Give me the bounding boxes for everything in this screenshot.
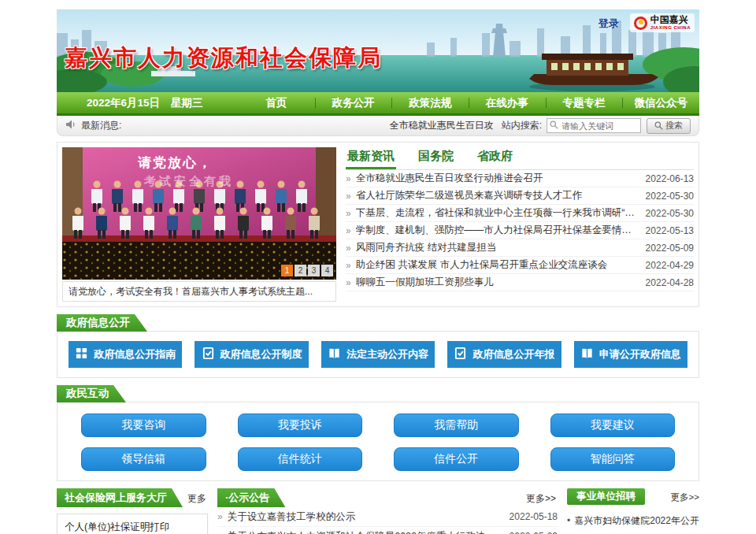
info-button-label: 政府信息公开制度 — [220, 347, 302, 362]
tab-latest-news[interactable]: 最新资讯 — [346, 147, 396, 169]
tab-provincial-gov[interactable]: 省政府 — [476, 147, 514, 169]
announcement-link[interactable]: 关于设立嘉善技工学校的公示 — [228, 510, 503, 524]
info-disclosure-header: 政府信息公开 — [57, 314, 147, 332]
recruitment-link[interactable]: 嘉兴市妇幼保健院2022年公开... — [567, 510, 699, 531]
search-input[interactable] — [547, 118, 641, 133]
nav-item-gov-affairs[interactable]: 政务公开 — [315, 92, 392, 113]
info-annual-report-button[interactable]: 政府信息公开年报 — [447, 341, 561, 368]
news-link[interactable]: 省人社厅陈荣华二级巡视员来嘉兴调研专技人才工作 — [356, 189, 638, 202]
interaction-section: 政民互动 我要咨询 我要投诉 我需帮助 我要建议 领导信箱 信件统计 信件公开 … — [57, 385, 699, 481]
current-weekday: 星期三 — [171, 96, 203, 110]
double-arrow-icon: » — [346, 191, 351, 202]
news-item: » 聊聊五一假期加班工资那些事儿 2022-04-28 — [346, 274, 694, 291]
social-security-more-link[interactable]: 更多 — [187, 492, 206, 506]
ticker-label: 最新消息: — [81, 119, 121, 132]
info-button-label: 法定主动公开内容 — [346, 347, 428, 362]
double-arrow-icon: » — [346, 208, 351, 219]
pager-dot-3[interactable]: 3 — [308, 265, 320, 276]
news-link[interactable]: 风雨同舟齐抗疫 结对共建显担当 — [356, 241, 638, 254]
social-security-panel: 社会保险网上服务大厅 更多 个人(单位)社保证明打印 办事指南 — [57, 488, 208, 534]
news-tabs: 最新资讯 国务院 省政府 — [346, 147, 694, 170]
svc-certificate-print[interactable]: 个人(单位)社保证明打印 — [57, 514, 208, 534]
recruitment-more-link[interactable]: 更多>> — [671, 491, 699, 503]
carousel-slide[interactable]: 请党放心， 考试安全有我 1 2 3 4 — [62, 147, 336, 280]
consult-button[interactable]: 我要咨询 — [81, 413, 206, 437]
bottom-row: 社会保险网上服务大厅 更多 个人(单位)社保证明打印 办事指南 ·公示公告 更多… — [57, 488, 699, 534]
tab-state-council[interactable]: 国务院 — [417, 147, 455, 169]
nav-item-special-columns[interactable]: 专题专栏 — [546, 92, 623, 113]
book-icon — [580, 347, 594, 362]
doc-check-icon — [202, 347, 215, 362]
book-icon — [328, 347, 341, 362]
banner: 嘉兴市人力资源和社会保障局 登录 中国嘉兴 JIAXING CHINA — [57, 9, 699, 92]
nav-item-wechat[interactable]: 微信公众号 — [622, 92, 699, 113]
search-icon — [550, 121, 558, 129]
double-arrow-icon: » — [346, 173, 351, 184]
news-link[interactable]: 学制度、建机制、强防控——市人力社保局召开社保基金要情专题学习会 — [356, 224, 638, 237]
news-link[interactable]: 助企纾困 共谋发展 市人力社保局召开重点企业交流座谈会 — [356, 258, 638, 272]
news-panel: 最新资讯 国务院 省政府 » 全市稳就业惠民生百日攻坚行动推进会召开 2022-… — [346, 147, 694, 302]
info-guide-button[interactable]: 政府信息公开指南 — [69, 341, 182, 368]
news-item: » 下基层、走流程，省社保和就业中心主任项薇一行来我市调研“国统”上线情况 20… — [346, 205, 694, 222]
announcements-more-link[interactable]: 更多>> — [526, 492, 556, 506]
grid-icon — [75, 347, 88, 362]
interaction-header: 政民互动 — [57, 385, 126, 402]
news-item: » 全市稳就业惠民生百日攻坚行动推进会召开 2022-06-13 — [346, 170, 694, 187]
news-date: 2022-05-30 — [646, 191, 694, 202]
news-item: » 省人社厅陈荣华二级巡视员来嘉兴调研专技人才工作 2022-05-30 — [346, 187, 694, 205]
page: 嘉兴市人力资源和社会保障局 登录 中国嘉兴 JIAXING CHINA 2022… — [57, 0, 699, 534]
announcement-link[interactable]: 关于公布嘉兴市人力资源和社会保障局2022年度重大行政决策事... — [228, 530, 503, 534]
nav-item-policies[interactable]: 政策法规 — [391, 92, 469, 113]
announcements-header: ·公示公告 — [217, 488, 285, 507]
login-link[interactable]: 登录 — [598, 17, 619, 31]
recruitment-link[interactable]: 2022年嘉兴市属事业单位公开... — [567, 531, 699, 534]
info-proactive-button[interactable]: 法定主动公开内容 — [321, 341, 435, 368]
ticker-scrolling-text[interactable]: 全市稳就业惠民生百日攻 — [390, 119, 494, 132]
letter-disclosure-button[interactable]: 信件公开 — [394, 447, 519, 471]
search-button[interactable]: 搜索 — [647, 118, 691, 134]
nav-item-online-services[interactable]: 在线办事 — [469, 92, 546, 113]
complaint-button[interactable]: 我要投诉 — [238, 413, 363, 437]
double-arrow-icon: » — [346, 225, 351, 236]
slide-banner-text-line2: 考试安全有我 — [144, 174, 234, 189]
letter-stats-button[interactable]: 信件统计 — [238, 447, 363, 471]
jiaxing-logo-icon — [634, 17, 647, 30]
main-content-box: 请党放心， 考试安全有我 1 2 3 4 请党放心，考试安全有我！首届嘉兴市人事… — [57, 142, 699, 307]
help-button[interactable]: 我需帮助 — [394, 413, 519, 437]
doc-check-icon — [454, 347, 467, 362]
carousel-caption[interactable]: 请党放心，考试安全有我！首届嘉兴市人事考试系统主题... — [62, 281, 336, 302]
pager-dot-2[interactable]: 2 — [295, 265, 306, 276]
leader-mailbox-button[interactable]: 领导信箱 — [81, 447, 206, 471]
news-item: » 助企纾困 共谋发展 市人力社保局召开重点企业交流座谈会 2022-04-29 — [346, 257, 694, 274]
info-request-button[interactable]: 申请公开政府信息 — [574, 341, 687, 368]
news-link[interactable]: 全市稳就业惠民生百日攻坚行动推进会召开 — [356, 172, 638, 185]
news-item: » 风雨同舟齐抗疫 结对共建显担当 2022-05-09 — [346, 239, 694, 257]
announcement-item: » 关于设立嘉善技工学校的公示 2022-05-18 — [217, 507, 558, 527]
info-button-label: 申请公开政府信息 — [599, 347, 681, 362]
news-link[interactable]: 聊聊五一假期加班工资那些事儿 — [356, 276, 638, 289]
news-link[interactable]: 下基层、走流程，省社保和就业中心主任项薇一行来我市调研“国统”上线情况 — [356, 206, 638, 220]
news-date: 2022-05-30 — [646, 208, 694, 219]
pager-dot-1[interactable]: 1 — [281, 265, 293, 276]
site-search-label: 站内搜索: — [502, 119, 542, 132]
news-date: 2022-04-28 — [646, 277, 694, 288]
jiaxing-logo: 中国嘉兴 JIAXING CHINA — [630, 13, 695, 32]
double-arrow-icon: » — [217, 531, 223, 534]
nav-menu: 首页 政务公开 政策法规 在线办事 专题专栏 微信公众号 — [238, 92, 699, 113]
recruitment-header: 事业单位招聘 — [567, 488, 645, 505]
announcement-date: 2022-05-18 — [510, 511, 558, 522]
double-arrow-icon: » — [346, 243, 351, 254]
nav-item-home[interactable]: 首页 — [238, 92, 315, 113]
search-button-icon — [654, 121, 663, 130]
logo-text-cn: 中国嘉兴 — [650, 15, 691, 24]
announcement-item: » 关于公布嘉兴市人力资源和社会保障局2022年度重大行政决策事... 2022… — [217, 527, 558, 534]
smart-qa-button[interactable]: 智能问答 — [550, 447, 676, 471]
news-date: 2022-05-13 — [646, 225, 694, 236]
double-arrow-icon: » — [346, 277, 351, 288]
info-system-button[interactable]: 政府信息公开制度 — [195, 341, 308, 368]
suggestion-button[interactable]: 我要建议 — [550, 413, 676, 437]
news-date: 2022-05-09 — [646, 243, 694, 254]
pager-dot-4[interactable]: 4 — [321, 265, 333, 276]
social-security-header: 社会保险网上服务大厅 — [57, 488, 183, 507]
main-nav: 2022年6月15日 星期三 首页 政务公开 政策法规 在线办事 专题专栏 微信… — [57, 92, 699, 116]
